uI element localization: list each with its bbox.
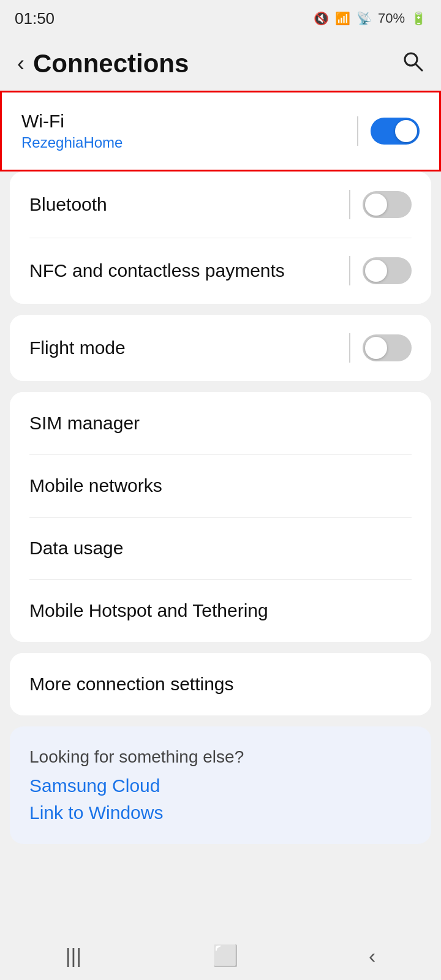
nav-bar: ||| ⬜ ‹ — [0, 931, 441, 980]
hotspot-label: Mobile Hotspot and Tethering — [29, 600, 268, 621]
wifi-toggle[interactable] — [371, 118, 420, 145]
flight-label: Flight mode — [29, 337, 126, 358]
flight-text: Flight mode — [29, 337, 126, 358]
looking-for-card: Looking for something else? Samsung Clou… — [10, 726, 431, 844]
bluetooth-toggle-area — [349, 190, 412, 219]
nfc-toggle-area — [349, 256, 412, 285]
wifi-toggle-area — [357, 116, 420, 146]
wifi-sub: RezeghiaHome — [21, 134, 123, 151]
nfc-row[interactable]: NFC and contactless payments — [10, 238, 431, 304]
header: ‹ Connections — [0, 37, 441, 91]
bluetooth-text: Bluetooth — [29, 194, 107, 215]
flight-toggle[interactable] — [363, 334, 412, 361]
nfc-text: NFC and contactless payments — [29, 260, 285, 281]
data-usage-label: Data usage — [29, 538, 123, 559]
mobile-networks-label: Mobile networks — [29, 475, 162, 496]
nav-recents-button[interactable]: ||| — [66, 944, 82, 968]
bluetooth-label: Bluetooth — [29, 194, 107, 215]
wifi-row[interactable]: Wi-Fi RezeghiaHome — [2, 92, 439, 170]
wifi-text: Wi-Fi RezeghiaHome — [21, 111, 123, 151]
nav-back-button[interactable]: ‹ — [369, 944, 375, 968]
bluetooth-toggle-knob — [365, 194, 387, 216]
sim-label: SIM manager — [29, 413, 140, 434]
header-left: ‹ Connections — [17, 49, 189, 78]
bluetooth-nfc-card: Bluetooth NFC and contactless payments — [10, 172, 431, 304]
mute-icon: 🔇 — [314, 11, 329, 26]
nfc-divider — [349, 256, 350, 285]
flight-divider — [349, 333, 350, 363]
bluetooth-row[interactable]: Bluetooth — [10, 172, 431, 238]
content: Wi-Fi RezeghiaHome Bluetooth — [0, 91, 441, 844]
battery-text: 70% — [378, 10, 405, 26]
bluetooth-toggle[interactable] — [363, 191, 412, 218]
nfc-toggle-knob — [365, 260, 387, 282]
nfc-label: NFC and contactless payments — [29, 260, 285, 281]
hotspot-row[interactable]: Mobile Hotspot and Tethering — [10, 579, 431, 642]
svg-line-1 — [416, 64, 422, 70]
flight-row[interactable]: Flight mode — [10, 315, 431, 381]
nfc-toggle[interactable] — [363, 257, 412, 284]
link-to-windows-link[interactable]: Link to Windows — [29, 802, 412, 823]
more-settings-card: More connection settings — [10, 653, 431, 715]
wifi-status-icon: 📶 — [335, 11, 350, 26]
data-usage-row[interactable]: Data usage — [10, 517, 431, 579]
status-icons: 🔇 📶 📡 70% 🔋 — [314, 10, 426, 26]
flight-card: Flight mode — [10, 315, 431, 381]
back-button[interactable]: ‹ — [17, 51, 24, 77]
nav-home-button[interactable]: ⬜ — [213, 943, 238, 968]
flight-toggle-knob — [365, 337, 387, 359]
samsung-cloud-link[interactable]: Samsung Cloud — [29, 775, 412, 796]
wifi-label: Wi-Fi — [21, 111, 123, 132]
status-time: 01:50 — [15, 9, 55, 28]
flight-toggle-area — [349, 333, 412, 363]
sim-row[interactable]: SIM manager — [10, 392, 431, 454]
wifi-divider — [357, 116, 358, 146]
page-title: Connections — [33, 49, 189, 78]
status-bar: 01:50 🔇 📶 📡 70% 🔋 — [0, 0, 441, 37]
bluetooth-divider — [349, 190, 350, 219]
mobile-networks-row[interactable]: Mobile networks — [10, 454, 431, 517]
more-settings-row[interactable]: More connection settings — [10, 653, 431, 715]
wifi-card: Wi-Fi RezeghiaHome — [0, 91, 441, 172]
more-settings-label: More connection settings — [29, 674, 234, 695]
battery-icon: 🔋 — [411, 11, 426, 26]
signal-icon: 📡 — [356, 11, 372, 26]
wifi-toggle-knob — [395, 120, 417, 142]
looking-for-title: Looking for something else? — [29, 747, 412, 767]
network-options-card: SIM manager Mobile networks Data usage M… — [10, 392, 431, 642]
search-button[interactable] — [402, 50, 424, 78]
